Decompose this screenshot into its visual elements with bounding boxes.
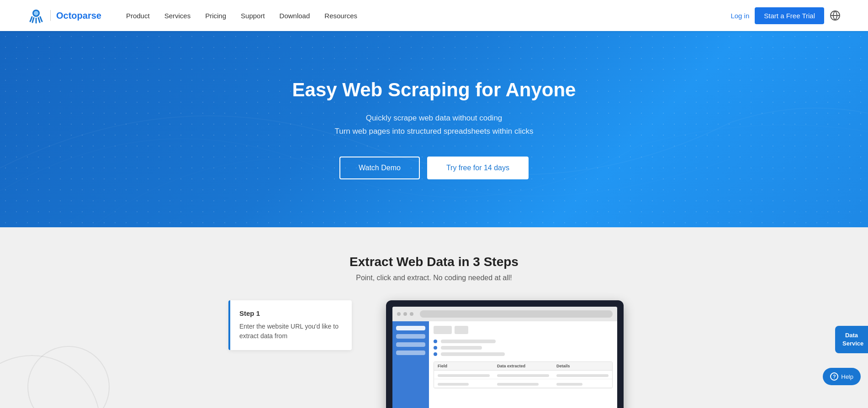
try-free-button[interactable]: Try free for 14 days bbox=[427, 157, 529, 179]
td-2-2 bbox=[493, 379, 553, 387]
steps-title: Extract Web Data in 3 Steps bbox=[18, 255, 850, 269]
table-header-row: Field Data extracted Details bbox=[434, 362, 612, 371]
nav-resources[interactable]: Resources bbox=[318, 8, 364, 23]
td-2-3 bbox=[553, 379, 612, 387]
navbar-right: Log in Start a Free Trial bbox=[730, 7, 841, 24]
td-2-1 bbox=[434, 379, 493, 387]
hero-subtitle: Quickly scrape web data without coding T… bbox=[292, 112, 576, 138]
brand-logo-link[interactable]: Octoparse bbox=[27, 7, 101, 24]
step-1-card: Step 1 Enter the website URL you'd like … bbox=[228, 300, 352, 350]
steps-section: Extract Web Data in 3 Steps Point, click… bbox=[0, 227, 868, 408]
step-1-description: Enter the website URL you'd like to extr… bbox=[239, 322, 341, 341]
td-1-2 bbox=[493, 371, 553, 379]
language-icon[interactable] bbox=[830, 10, 841, 21]
browser-url-bar bbox=[420, 310, 613, 318]
sidebar-mock-item-4 bbox=[396, 350, 425, 355]
laptop-list-row-2 bbox=[434, 346, 613, 350]
brand-name: Octoparse bbox=[56, 10, 101, 21]
login-link[interactable]: Log in bbox=[730, 12, 749, 20]
list-dot-2 bbox=[434, 346, 437, 350]
browser-dot-3 bbox=[410, 312, 413, 316]
list-dot-1 bbox=[434, 340, 437, 343]
sidebar-mock-item-3 bbox=[396, 342, 425, 347]
sidebar-mock-item-1 bbox=[396, 326, 425, 330]
table-row-2 bbox=[434, 379, 612, 388]
table-header-data-extracted: Data extracted bbox=[493, 362, 553, 370]
laptop-illustration: Field Data extracted Details bbox=[370, 300, 640, 408]
steps-subtitle: Point, click and extract. No coding need… bbox=[18, 274, 850, 282]
table-row-1 bbox=[434, 371, 612, 379]
td-1-1 bbox=[434, 371, 493, 379]
laptop-table: Field Data extracted Details bbox=[434, 361, 613, 388]
list-bar-3 bbox=[441, 352, 505, 356]
laptop-header-bar bbox=[434, 326, 613, 334]
table-header-details: Details bbox=[553, 362, 612, 370]
hero-subtitle-line2: Turn web pages into structured spreadshe… bbox=[292, 125, 576, 138]
navbar: Octoparse Product Services Pricing Suppo… bbox=[0, 0, 868, 31]
nav-download[interactable]: Download bbox=[273, 8, 317, 23]
nav-product[interactable]: Product bbox=[120, 8, 156, 23]
list-dot-3 bbox=[434, 352, 437, 356]
list-bar-1 bbox=[441, 340, 496, 343]
brand-logo-icon bbox=[27, 7, 45, 24]
laptop-list bbox=[434, 340, 613, 356]
hero-subtitle-line1: Quickly scrape web data without coding bbox=[292, 112, 576, 125]
nav-services[interactable]: Services bbox=[158, 8, 197, 23]
browser-bar bbox=[392, 307, 617, 321]
steps-header: Extract Web Data in 3 Steps Point, click… bbox=[18, 255, 850, 282]
td-1-3 bbox=[553, 371, 612, 379]
help-button[interactable]: ? Help bbox=[823, 368, 861, 385]
sidebar-mock-item-2 bbox=[396, 334, 425, 339]
browser-dot-2 bbox=[403, 312, 407, 316]
laptop-sidebar bbox=[392, 321, 429, 408]
start-free-trial-button[interactable]: Start a Free Trial bbox=[755, 7, 824, 24]
browser-dot-1 bbox=[397, 312, 401, 316]
laptop-btn-1 bbox=[434, 326, 452, 334]
nav-pricing[interactable]: Pricing bbox=[199, 8, 233, 23]
laptop-frame: Field Data extracted Details bbox=[386, 300, 624, 408]
hero-title: Easy Web Scraping for Anyone bbox=[292, 79, 576, 101]
hero-buttons: Watch Demo Try free for 14 days bbox=[292, 157, 576, 179]
list-bar-2 bbox=[441, 346, 482, 350]
step-1-number: Step 1 bbox=[239, 309, 341, 317]
table-header-field: Field bbox=[434, 362, 493, 370]
help-circle-icon: ? bbox=[830, 372, 838, 381]
laptop-list-row-3 bbox=[434, 352, 613, 356]
laptop-btn-2 bbox=[455, 326, 468, 334]
main-nav: Product Services Pricing Support Downloa… bbox=[120, 8, 730, 23]
laptop-screen: Field Data extracted Details bbox=[392, 307, 617, 408]
laptop-main-content: Field Data extracted Details bbox=[429, 321, 617, 408]
laptop-content: Field Data extracted Details bbox=[392, 321, 617, 408]
svg-point-1 bbox=[34, 11, 38, 16]
brand-divider bbox=[50, 10, 51, 21]
hero-section: Easy Web Scraping for Anyone Quickly scr… bbox=[0, 31, 868, 227]
data-service-button[interactable]: Data Service bbox=[835, 326, 868, 353]
nav-support[interactable]: Support bbox=[234, 8, 271, 23]
hero-content: Easy Web Scraping for Anyone Quickly scr… bbox=[292, 79, 576, 179]
laptop-list-row-1 bbox=[434, 340, 613, 343]
steps-content: Step 1 Enter the website URL you'd like … bbox=[228, 300, 640, 408]
watch-demo-button[interactable]: Watch Demo bbox=[339, 157, 420, 179]
help-label: Help bbox=[841, 373, 853, 380]
